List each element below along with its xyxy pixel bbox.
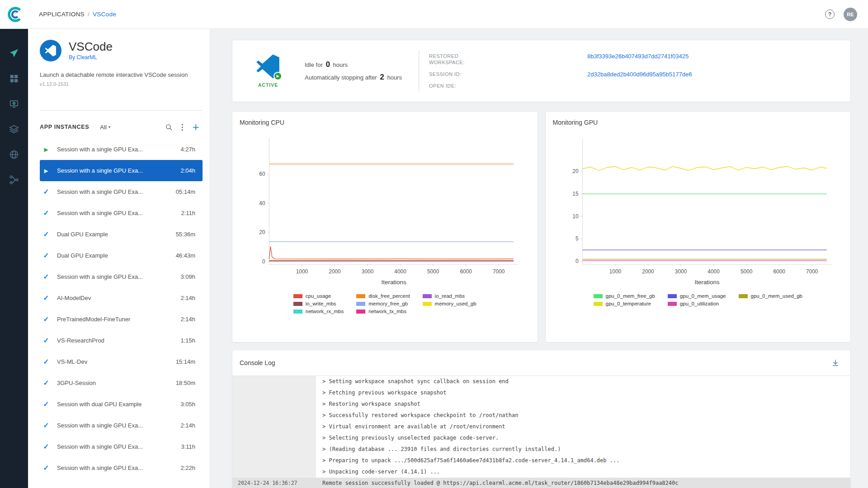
app-instance-row[interactable]: ✓Session with dual GPU Example3:05h xyxy=(40,394,203,415)
instance-name: 3GPU-Session xyxy=(57,380,171,386)
legend-item[interactable]: io_write_mbs xyxy=(293,301,344,306)
legend-item[interactable]: disk_free_percent xyxy=(356,293,410,299)
nav-workers[interactable] xyxy=(0,91,28,117)
instance-duration: 3:11h xyxy=(181,443,195,450)
app-instance-row[interactable]: ✓VS-ResearchProd1:15h xyxy=(40,330,203,351)
instance-name: AI-ModelDev xyxy=(57,295,176,301)
search-button[interactable] xyxy=(162,120,175,134)
console-log-row: 2024-12-24 16:36:27Remote session succes… xyxy=(232,478,850,488)
nav-applications[interactable] xyxy=(0,41,28,66)
console-log-row: > Unpacking code-server (4.14.1) ... xyxy=(232,466,850,478)
svg-text:5000: 5000 xyxy=(740,268,752,275)
app-instance-row[interactable]: ✓3GPU-Session18:50m xyxy=(40,372,203,394)
search-icon xyxy=(165,123,173,131)
app-instance-row[interactable]: ✓PreTrainedModel-FineTuner2:14h xyxy=(40,309,203,330)
app-instance-row[interactable]: ✓Dual GPU Example46:43m xyxy=(40,245,203,266)
legend-item[interactable]: network_tx_mbs xyxy=(356,309,410,314)
breadcrumb-page[interactable]: VSCode xyxy=(93,11,116,18)
instance-duration: 3:09h xyxy=(180,273,195,280)
monitoring-cpu-chart[interactable]: 10002000300040005000600070000204060Itera… xyxy=(240,129,530,291)
console-log-card: Console Log > Setting workspace snapshot… xyxy=(232,350,851,488)
panel-divider xyxy=(40,110,203,111)
legend-label: memory_used_gb xyxy=(435,301,476,306)
vscode-logo-icon: ▶ xyxy=(256,54,280,79)
clearml-logo-icon[interactable] xyxy=(5,5,25,23)
nav-datasets[interactable] xyxy=(0,117,28,142)
app-instance-row[interactable]: ✓Session with a single GPU Exa...3:11h xyxy=(40,436,203,457)
instance-name: Session with a single GPU Exa... xyxy=(57,443,176,450)
instance-duration: 2:22h xyxy=(180,465,195,471)
legend-swatch xyxy=(594,302,603,306)
field-label: SESSION ID: xyxy=(429,71,480,77)
app-instance-row[interactable]: ✓AI-ModelDev2:14h xyxy=(40,287,203,309)
legend-label: cpu_usage xyxy=(306,293,331,299)
legend-item[interactable]: gpu_0_mem_used_gb xyxy=(739,293,802,299)
app-instance-row[interactable]: ✓Session with a single GPU Exa...05:14m xyxy=(40,181,203,202)
legend-item[interactable]: gpu_0_mem_free_gb xyxy=(594,293,655,299)
app-instance-row[interactable]: ▶Session with a single GPU Exa...2:04h xyxy=(40,160,203,181)
log-message: > Selecting previously unselected packag… xyxy=(316,432,850,444)
app-instance-row[interactable]: ✓Session with a single GPU Exa...2:14h xyxy=(40,415,203,436)
download-log-button[interactable] xyxy=(831,359,840,367)
app-instance-row[interactable]: ✓Session with a single GPU Exa...2:11h xyxy=(40,202,203,224)
legend-swatch xyxy=(356,294,365,298)
svg-text:5: 5 xyxy=(575,235,578,242)
instances-filter-dropdown[interactable]: All ▾ xyxy=(100,124,110,131)
applications-icon xyxy=(9,48,19,58)
console-log-row: > Setting workspace snapshot sync callba… xyxy=(232,376,850,387)
legend-item[interactable]: gpu_0_utilization xyxy=(668,301,726,306)
instance-name: Session with a single GPU Exa... xyxy=(57,210,176,216)
instance-duration: 55:36m xyxy=(176,231,195,238)
autostop-prefix: Automatically stopping after xyxy=(305,74,377,81)
console-log-row: > Restoring workspace snapshot xyxy=(232,399,850,410)
check-icon: ✓ xyxy=(41,379,52,387)
app-instance-row[interactable]: ✓Session with a single GPU Exa...2:22h xyxy=(40,457,203,479)
breadcrumb-section[interactable]: APPLICATIONS xyxy=(39,11,85,18)
legend-item[interactable]: cpu_usage xyxy=(293,293,344,299)
check-icon: ✓ xyxy=(41,294,52,302)
log-timestamp xyxy=(232,387,316,399)
check-icon: ✓ xyxy=(41,464,52,472)
legend-item[interactable]: memory_free_gb xyxy=(356,301,410,306)
avatar[interactable]: RE xyxy=(844,8,857,21)
field-value[interactable]: 8b3f3393e26b407493d7dd2741f03425 xyxy=(587,53,692,60)
help-icon[interactable]: ? xyxy=(825,9,835,19)
autostop-suffix: hours xyxy=(387,74,402,81)
nav-pipelines[interactable] xyxy=(0,167,28,192)
app-instance-row[interactable]: ✓Session with a single GPU Exa...3:09h xyxy=(40,266,203,287)
globe-icon xyxy=(9,150,19,160)
app-byline[interactable]: By ClearML xyxy=(69,54,113,61)
check-icon: ✓ xyxy=(41,209,52,217)
app-instance-row[interactable]: ✓VS-ML-Dev15:14m xyxy=(40,351,203,372)
instance-name: Dual GPU Example xyxy=(57,252,171,259)
legend-label: io_write_mbs xyxy=(306,301,336,306)
check-icon: ✓ xyxy=(41,251,52,260)
app-instance-row[interactable]: ▶Session with a single GPU Exa...4:27h xyxy=(40,139,203,160)
session-status-card: ▶ ACTIVE Idle for 0 hours Automatically … xyxy=(232,40,851,102)
legend-swatch xyxy=(293,310,302,314)
app-instance-row[interactable]: ✓Dual GPU Example55:36m xyxy=(40,224,203,245)
field-value[interactable]: 2d32ba8ded2b400d96d95a95b5177de6 xyxy=(587,71,692,78)
nav-reports[interactable] xyxy=(0,142,28,167)
console-log-body[interactable]: > Setting workspace snapshot sync callba… xyxy=(232,375,850,488)
legend-item[interactable]: gpu_0_mem_usage xyxy=(668,293,726,299)
legend-item[interactable]: memory_used_gb xyxy=(423,301,476,306)
legend-swatch xyxy=(293,302,302,306)
console-log-row: > Successfully restored workspace checkp… xyxy=(232,410,850,421)
add-instance-button[interactable]: + xyxy=(189,120,203,134)
svg-text:10: 10 xyxy=(572,213,579,220)
legend-item[interactable]: network_rx_mbs xyxy=(293,309,344,314)
download-icon xyxy=(831,359,840,367)
legend-label: gpu_0_mem_free_gb xyxy=(606,293,655,299)
console-log-row: > Selecting previously unselected packag… xyxy=(232,432,850,444)
check-icon: ✓ xyxy=(41,315,52,324)
monitoring-gpu-chart[interactable]: 100020003000400050006000700005101520Iter… xyxy=(553,129,844,291)
idle-prefix: Idle for xyxy=(305,61,323,68)
legend-item[interactable]: io_read_mbs xyxy=(423,293,476,299)
app-panel: VSCode By ClearML Launch a detachable re… xyxy=(28,29,210,488)
legend-item[interactable]: gpu_0_temperature xyxy=(594,301,655,306)
nav-projects[interactable] xyxy=(0,66,28,91)
vscode-app-icon xyxy=(40,40,61,61)
more-options-icon[interactable]: ⋮ xyxy=(175,120,189,134)
console-log-row: > Fetching previous workspace snapshot xyxy=(232,387,850,399)
